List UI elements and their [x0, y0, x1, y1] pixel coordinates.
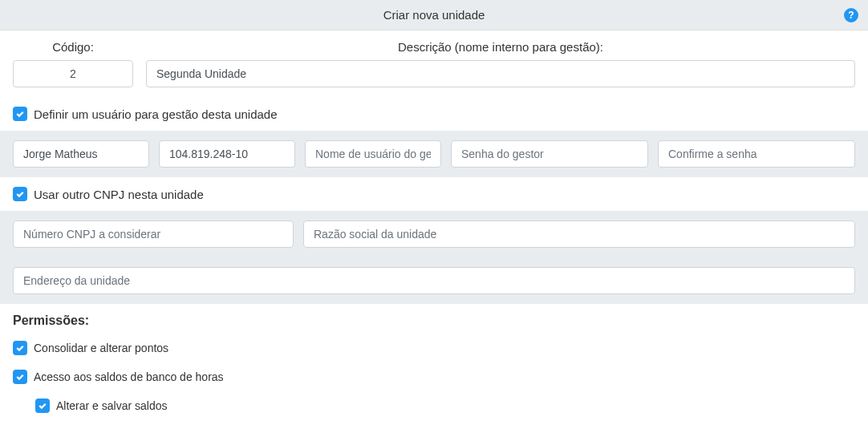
- codigo-label: Código:: [13, 40, 133, 54]
- permissions-title: Permissões:: [13, 314, 855, 328]
- perm-acesso-saldos-label: Acesso aos saldos de banco de horas: [34, 370, 224, 383]
- descricao-input[interactable]: [146, 60, 855, 87]
- dialog-header: Criar nova unidade ?: [0, 0, 868, 30]
- perm-acesso-saldos-checkbox[interactable]: [13, 370, 27, 384]
- manager-cpf-input[interactable]: [159, 140, 295, 168]
- dialog-title: Criar nova unidade: [383, 8, 485, 22]
- manager-confirm-password-input[interactable]: [658, 140, 855, 168]
- razao-social-input[interactable]: [303, 220, 855, 248]
- manager-username-input[interactable]: [305, 140, 441, 168]
- perm-alterar-saldos-label: Alterar e salvar saldos: [56, 399, 168, 412]
- codigo-input[interactable]: [13, 60, 133, 87]
- perm-consolidar-checkbox[interactable]: [13, 341, 27, 355]
- manager-password-input[interactable]: [451, 140, 648, 168]
- perm-alterar-saldos-checkbox[interactable]: [35, 399, 50, 413]
- define-user-label: Definir um usuário para gestão desta uni…: [34, 107, 278, 121]
- cnpj-number-input[interactable]: [13, 220, 294, 248]
- help-icon[interactable]: ?: [844, 8, 858, 22]
- descricao-label: Descrição (nome interno para gestão):: [146, 40, 855, 54]
- perm-consolidar-label: Consolidar e alterar pontos: [34, 342, 168, 354]
- address-input[interactable]: [13, 267, 855, 294]
- manager-name-input[interactable]: [13, 140, 149, 168]
- use-cnpj-checkbox[interactable]: [13, 187, 27, 201]
- use-cnpj-label: Usar outro CNPJ nesta unidade: [34, 188, 204, 201]
- define-user-checkbox[interactable]: [13, 107, 27, 121]
